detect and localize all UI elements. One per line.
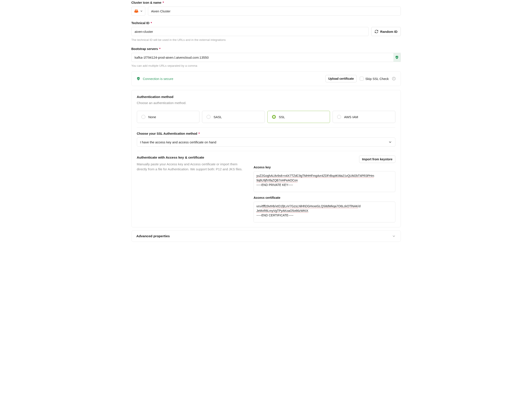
upload-certificate-button[interactable]: Upload certificate: [325, 75, 356, 82]
svg-point-2: [394, 78, 394, 78]
skip-ssl-label: Skip SSL Check: [365, 77, 389, 80]
bootstrap-secure-indicator: [393, 53, 401, 62]
bootstrap-label: Bootstrap servers*: [131, 47, 401, 51]
import-keystore-button[interactable]: Import from keystore: [359, 156, 395, 163]
access-title: Authenticate with Access key & certifica…: [137, 156, 204, 160]
cluster-name-label: Cluster icon & name*: [131, 1, 401, 4]
authentication-card: Authentication method Choose an authenti…: [131, 90, 401, 227]
advanced-title: Advanced properties: [137, 234, 170, 238]
chevron-down-icon: [392, 234, 396, 238]
refresh-icon: [374, 29, 378, 33]
access-description: Manually paste your Access key and Acces…: [137, 162, 248, 172]
chevron-down-icon: [140, 10, 143, 13]
auth-option-sasl[interactable]: SASL: [202, 111, 265, 123]
random-id-button[interactable]: Random ID: [371, 27, 401, 36]
ssl-method-select[interactable]: I have the access key and access certifi…: [137, 138, 395, 147]
technical-id-input[interactable]: [131, 27, 369, 36]
bootstrap-input[interactable]: [131, 53, 401, 62]
auth-option-none[interactable]: None: [137, 111, 200, 123]
auth-option-aws-iam[interactable]: AWS IAM: [333, 111, 395, 123]
radio-icon: [272, 115, 276, 119]
access-key-label: Access key: [253, 166, 395, 169]
access-cert-textarea[interactable]: ucu/tfffz9vtHb/xtO1fjtLvV7GzsLNlHhDGHxxe…: [253, 202, 395, 222]
ssl-method-value: I have the access key and access certifi…: [140, 140, 216, 144]
shield-check-icon: [137, 77, 140, 80]
radio-icon: [207, 115, 210, 119]
technical-id-help: The technical ID will be used in the URL…: [131, 38, 401, 42]
auth-option-ssl[interactable]: SSL: [267, 111, 330, 123]
ssl-method-label: Choose your SSL Authentication method*: [137, 132, 395, 135]
cluster-name-input[interactable]: [148, 7, 401, 16]
cluster-icon: 🦀: [134, 9, 139, 13]
auth-subtitle: Choose an authentication method.: [137, 101, 395, 105]
chevron-down-icon: [388, 140, 392, 144]
access-key-textarea[interactable]: yuZ2GoghAL8v9s6+n4X7TZdC9gTMHHFmg4vr4ZDF…: [253, 171, 395, 192]
technical-id-label: Technical ID*: [131, 21, 401, 25]
auth-title: Authentication method: [137, 95, 395, 99]
random-id-label: Random ID: [380, 30, 397, 33]
shield-check-icon: [395, 55, 399, 59]
info-icon[interactable]: [392, 77, 396, 80]
connection-status-card: Connection is secure Upload certificate …: [131, 71, 401, 86]
radio-icon: [141, 115, 145, 119]
advanced-properties-card[interactable]: Advanced properties: [131, 231, 401, 242]
access-cert-label: Access certificate: [253, 196, 395, 199]
bootstrap-help: You can add multiple URLs separated by a…: [131, 64, 401, 67]
skip-ssl-checkbox-wrap[interactable]: Skip SSL Check: [360, 77, 389, 80]
connection-status-text: Connection is secure: [143, 77, 173, 80]
cluster-icon-select[interactable]: 🦀: [131, 7, 145, 16]
skip-ssl-checkbox[interactable]: [360, 77, 364, 80]
radio-icon: [337, 115, 341, 119]
